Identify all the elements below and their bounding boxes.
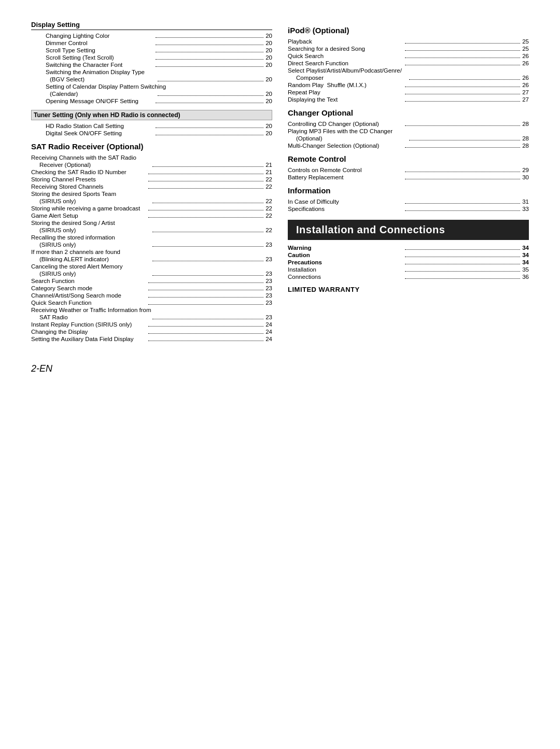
toc-entry: Receiving Channels with the SAT Radio — [31, 154, 272, 161]
page-num: 31 — [522, 199, 529, 205]
toc-entry: Changing Lighting Color 20 — [31, 32, 272, 39]
entry-text: Searching for a desired Song — [288, 46, 403, 52]
dots — [148, 188, 263, 189]
entry-text: Category Search mode — [31, 285, 146, 291]
dots — [405, 50, 520, 51]
toc-entry: Storing the desired Song / Artist — [31, 219, 272, 227]
entry-text: Controls on Remote Control — [288, 167, 403, 173]
dots — [409, 140, 520, 140]
entry-text: Battery Replacement — [288, 174, 403, 180]
entry-text: Receiving Stored Channels — [31, 183, 146, 190]
toc-entry: In Case of Difficulty 31 — [288, 198, 529, 205]
dots — [148, 210, 263, 210]
installation-group: Warning 34 Caution 34 Precautions 34 Ins… — [288, 244, 529, 280]
page-num: 29 — [522, 167, 529, 173]
dots — [152, 246, 263, 247]
page-label: 2-EN — [31, 363, 52, 374]
toc-entry: Digital Seek ON/OFF Setting 20 — [31, 130, 272, 137]
page-num: 20 — [265, 123, 272, 129]
toc-entry: (SIRIUS only) 22 — [31, 197, 272, 205]
tuner-setting-group: Tuner Setting (Only when HD Radio is con… — [31, 110, 272, 137]
entry-text: Scroll Type Setting — [46, 47, 153, 53]
page-num: 20 — [265, 40, 272, 46]
page-num: 23 — [265, 242, 272, 248]
entry-text: Canceling the stored Alert Memory — [31, 263, 272, 270]
limited-warranty-label: LIMITED WARRANTY — [288, 286, 529, 293]
dots — [405, 249, 520, 250]
dots — [148, 290, 263, 290]
dots — [148, 217, 263, 218]
toc-entry: Scroll Setting (Text Scroll) 20 — [31, 54, 272, 61]
entry-text: Setting of Calendar Display Pattern Swit… — [46, 83, 272, 90]
entry-text: Installation — [288, 266, 403, 273]
toc-entry: (BGV Select) 20 — [31, 76, 272, 83]
entry-text: Digital Seek ON/OFF Setting — [46, 130, 153, 136]
dots — [409, 79, 520, 80]
dots — [405, 58, 520, 58]
entry-text: (SIRIUS only) — [39, 242, 150, 248]
page-num: 28 — [522, 143, 529, 149]
page-num: 20 — [265, 98, 272, 104]
toc-entry: Switching the Character Font 20 — [31, 61, 272, 68]
toc-entry: Playing MP3 Files with the CD Changer — [288, 128, 529, 135]
page-num: 20 — [265, 130, 272, 136]
dots — [156, 59, 263, 60]
dots — [156, 37, 263, 38]
toc-entry: Warning 34 — [288, 244, 529, 251]
dots — [152, 232, 263, 232]
entry-text: (BGV Select) — [50, 76, 156, 82]
page-num: 34 — [522, 252, 529, 258]
dots — [156, 52, 263, 52]
ipod-title: iPod® (Optional) — [288, 26, 529, 35]
remote-control-group: Remote Control Controls on Remote Contro… — [288, 154, 529, 181]
dots — [156, 66, 263, 67]
dots — [405, 278, 520, 279]
entry-text: Composer — [296, 75, 407, 81]
toc-entry: Scroll Type Setting 20 — [31, 47, 272, 54]
toc-entry: Receiving Weather or Traffic Information… — [31, 306, 272, 314]
toc-entry: Quick Search Function 23 — [31, 299, 272, 306]
dots — [148, 297, 263, 298]
entry-text: Storing while receiving a game broadcast — [31, 205, 146, 211]
entry-text: Channel/Artist/Song Search mode — [31, 292, 146, 299]
entry-text: Precautions — [288, 259, 403, 265]
entry-text: Opening Message ON/OFF Setting — [46, 98, 153, 104]
entry-text: Scroll Setting (Text Scroll) — [46, 54, 153, 61]
toc-entry: Specifications 33 — [288, 205, 529, 213]
toc-entry: (Optional) 28 — [288, 135, 529, 142]
entry-text: (SIRIUS only) — [39, 271, 150, 277]
toc-entry: Receiving Stored Channels 22 — [31, 183, 272, 190]
toc-entry: Controlling CD Changer (Optional) 28 — [288, 120, 529, 128]
dots — [405, 172, 520, 172]
toc-entry: Displaying the Text 27 — [288, 96, 529, 103]
toc-entry: Setting the Auxiliary Data Field Display… — [31, 335, 272, 343]
dots — [405, 147, 520, 148]
entry-text: Caution — [288, 252, 403, 258]
entry-text: Receiving Weather or Traffic Information… — [31, 307, 272, 313]
entry-text: Warning — [288, 245, 403, 251]
page-num: 36 — [522, 274, 529, 280]
dots — [405, 43, 520, 44]
entry-text: (SIRIUS only) — [39, 198, 150, 204]
dots — [148, 174, 263, 174]
dots — [158, 95, 263, 96]
entry-text: Displaying the Text — [288, 96, 403, 103]
toc-entry: Receiver (Optional) 21 — [31, 161, 272, 168]
entry-text: Changing the Display — [31, 329, 146, 335]
dots — [405, 125, 520, 126]
dots — [148, 333, 263, 334]
sat-radio-group: SAT Radio Receiver (Optional) Receiving … — [31, 142, 272, 343]
entry-text: Multi-Changer Selection (Optional) — [288, 143, 403, 149]
dots — [405, 179, 520, 179]
entry-text: Setting the Auxiliary Data Field Display — [31, 336, 146, 342]
toc-entry: Dimmer Control 20 — [31, 39, 272, 47]
page-num: 20 — [265, 62, 272, 68]
installation-section-header: Installation and Connections — [288, 220, 529, 240]
entry-text: Receiving Channels with the SAT Radio — [31, 154, 272, 161]
entry-text: Checking the SAT Radio ID Number — [31, 169, 146, 175]
toc-entry: Storing Channel Presets 22 — [31, 176, 272, 183]
toc-entry: Search Function 23 — [31, 277, 272, 285]
toc-entry: Storing the desired Sports Team — [31, 190, 272, 197]
entry-text: Specifications — [288, 206, 403, 212]
dots — [405, 87, 520, 87]
